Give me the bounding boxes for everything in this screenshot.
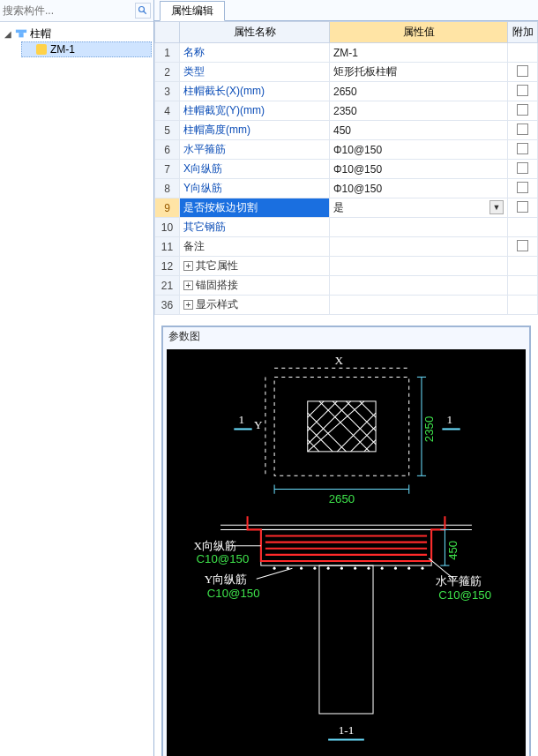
search-button[interactable] — [135, 3, 151, 19]
table-row[interactable]: 11备注 — [155, 237, 538, 257]
addon-checkbox[interactable] — [517, 143, 528, 154]
table-row[interactable]: 8Y向纵筋Φ10@150 — [155, 179, 538, 198]
prop-name-text: 水平箍筋 — [183, 143, 226, 155]
diagram-Y: Y — [254, 418, 263, 431]
prop-addon — [508, 101, 538, 121]
prop-value[interactable] — [330, 276, 508, 296]
prop-name-text: 其它属性 — [196, 259, 238, 272]
row-index: 1 — [155, 43, 180, 63]
addon-checkbox[interactable] — [517, 85, 528, 96]
prop-name-text: 名称 — [183, 46, 205, 58]
prop-addon — [508, 63, 538, 82]
prop-name: 是否按板边切割 — [180, 198, 330, 218]
prop-addon — [508, 296, 538, 315]
dropdown-icon[interactable]: ▼ — [489, 200, 504, 214]
row-index: 8 — [155, 179, 180, 198]
expand-icon[interactable]: + — [183, 300, 193, 310]
addon-checkbox[interactable] — [517, 201, 528, 213]
row-index: 2 — [155, 63, 180, 82]
tabstrip: 属性编辑 — [154, 0, 538, 21]
prop-value[interactable]: 矩形托板柱帽 — [330, 63, 508, 82]
prop-value-text: ZM-1 — [333, 47, 358, 59]
col-name: 属性名称 — [180, 22, 330, 43]
table-row[interactable]: 7X向纵筋Φ10@150 — [155, 160, 538, 179]
svg-line-48 — [257, 568, 293, 579]
addon-checkbox[interactable] — [517, 162, 528, 174]
prop-name: 水平箍筋 — [180, 140, 330, 160]
prop-value[interactable]: 2350 — [330, 101, 508, 121]
prop-value[interactable] — [330, 218, 508, 237]
prop-value[interactable]: ZM-1 — [330, 43, 508, 63]
table-row[interactable]: 4柱帽截宽(Y)(mm)2350 — [155, 101, 538, 121]
table-row[interactable]: 12+其它属性 — [155, 257, 538, 276]
tree-item-zm1[interactable]: ZM-1 — [21, 41, 152, 57]
property-table: 属性名称 属性值 附加 1名称ZM-12类型矩形托板柱帽3柱帽截长(X)(mm)… — [154, 21, 538, 315]
table-row[interactable]: 3柱帽截长(X)(mm)2650 — [155, 82, 538, 101]
svg-point-45 — [421, 567, 423, 570]
prop-value[interactable] — [330, 237, 508, 257]
addon-checkbox[interactable] — [517, 104, 528, 116]
prop-value[interactable]: Φ10@150 — [330, 140, 508, 160]
svg-point-44 — [407, 567, 410, 570]
table-row[interactable]: 21+锚固搭接 — [155, 276, 538, 296]
tree-item-cap[interactable]: ◢ 柱帽 — [2, 26, 152, 41]
search-bar — [0, 0, 153, 22]
prop-addon — [508, 82, 538, 101]
diagram-yvert-v: C10@150 — [207, 587, 260, 600]
prop-name: +其它属性 — [180, 257, 330, 276]
prop-name-text: 显示样式 — [196, 298, 238, 311]
prop-name-text: 其它钢筋 — [183, 221, 226, 233]
table-row[interactable]: 1名称ZM-1 — [155, 43, 538, 63]
table-row[interactable]: 10其它钢筋 — [155, 218, 538, 237]
row-index: 10 — [155, 218, 180, 237]
cap-icon — [14, 27, 28, 40]
prop-addon — [508, 160, 538, 179]
prop-value[interactable] — [330, 257, 508, 276]
prop-value[interactable]: Φ10@150 — [330, 160, 508, 179]
svg-rect-29 — [319, 565, 373, 714]
diagram-mark1r: 1 — [446, 413, 452, 426]
addon-checkbox[interactable] — [517, 182, 528, 193]
diagram-yvert: Y向纵筋 — [205, 573, 248, 586]
search-icon — [138, 5, 148, 16]
prop-value-text: 2650 — [333, 86, 357, 98]
prop-value[interactable]: 450 — [330, 121, 508, 140]
expand-icon[interactable]: + — [183, 261, 193, 271]
row-index: 9 — [155, 198, 180, 218]
table-row[interactable]: 6水平箍筋Φ10@150 — [155, 140, 538, 160]
addon-checkbox[interactable] — [517, 124, 528, 135]
prop-name-text: Y向纵筋 — [183, 182, 222, 194]
prop-value[interactable]: 2650 — [330, 82, 508, 101]
prop-value[interactable]: 是▼ — [330, 198, 508, 218]
row-index: 21 — [155, 276, 180, 296]
diagram-dimY: 2350 — [422, 416, 436, 442]
prop-value[interactable]: Φ10@150 — [330, 179, 508, 198]
table-row[interactable]: 36+显示样式 — [155, 296, 538, 315]
row-index: 7 — [155, 160, 180, 179]
diagram-hstir: 水平箍筋 — [436, 574, 482, 588]
addon-checkbox[interactable] — [517, 65, 528, 77]
table-row[interactable]: 9是否按板边切割是▼ — [155, 198, 538, 218]
expand-toggle[interactable]: ◢ — [4, 29, 12, 39]
row-index: 3 — [155, 82, 180, 101]
prop-name: +锚固搭接 — [180, 276, 330, 296]
prop-value-text: Φ10@150 — [333, 183, 382, 195]
prop-value-text: 矩形托板柱帽 — [333, 65, 397, 78]
table-row[interactable]: 2类型矩形托板柱帽 — [155, 63, 538, 82]
tree-label: 柱帽 — [30, 26, 51, 41]
row-index: 6 — [155, 140, 180, 160]
search-input[interactable] — [3, 3, 135, 19]
tab-property-edit[interactable]: 属性编辑 — [160, 1, 225, 21]
prop-value[interactable] — [330, 296, 508, 315]
svg-rect-2 — [16, 30, 26, 34]
prop-name-text: 类型 — [183, 65, 205, 78]
table-row[interactable]: 5柱帽高度(mm)450 — [155, 121, 538, 140]
prop-addon — [508, 43, 538, 63]
diagram-hstir-v: C10@150 — [438, 588, 491, 602]
param-diagram: X Y 2650 2350 1 1 — [167, 349, 526, 756]
prop-addon — [508, 218, 538, 237]
addon-checkbox[interactable] — [517, 240, 528, 251]
expand-icon[interactable]: + — [183, 281, 193, 290]
component-tree-panel: ◢ 柱帽 ZM-1 — [0, 0, 154, 756]
row-index: 4 — [155, 101, 180, 121]
